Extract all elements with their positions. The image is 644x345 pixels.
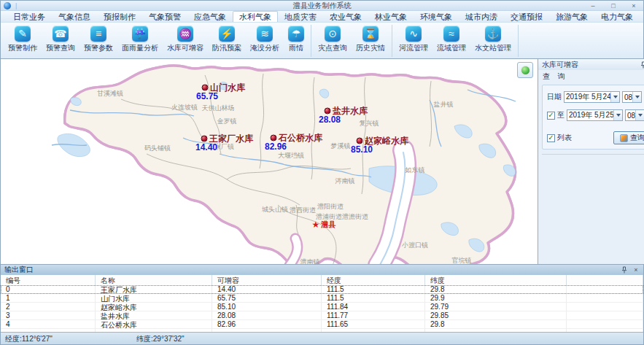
green-orb-icon [521, 66, 530, 75]
table-cell: 2 [1, 303, 96, 311]
reservoir-value: 82.96 [265, 142, 287, 152]
tab-水利气象[interactable]: 水利气象 [233, 11, 278, 22]
window-title: 澧县业务制作系统 [1, 1, 643, 11]
ribbon-item-alert-query[interactable]: ☎预警查询 [42, 24, 79, 58]
reservoir-marker[interactable] [271, 135, 277, 142]
tab-交通预报[interactable]: 交通预报 [504, 11, 549, 22]
ribbon-item-river-management[interactable]: ∿河流管理 [395, 24, 432, 58]
tab-气象预警[interactable]: 气象预警 [142, 11, 187, 22]
town-label: 码头铺镇 [144, 144, 171, 153]
column-header-名称[interactable]: 名称 [96, 275, 212, 286]
end-date-combo[interactable]: 2019年 5月25日 [567, 109, 623, 121]
column-header-可增容[interactable]: 可增容 [212, 275, 322, 286]
output-title: 输出窗口 [4, 265, 34, 275]
table-cell: 14.40 [212, 285, 322, 293]
close-button[interactable]: × [627, 1, 640, 9]
ribbon-item-flood-control-plan[interactable]: ⚡防汛预案 [208, 24, 246, 58]
query-groupbox: 日期 2019年 5月24日 08 时 ✓ 至 2019年 5月2 [542, 85, 644, 150]
tab-预报制作[interactable]: 预报制作 [97, 11, 142, 22]
tab-旅游气象[interactable]: 旅游气象 [549, 11, 594, 22]
ribbon-item-alert-create[interactable]: ✎预警制作 [4, 24, 42, 58]
ribbon-item-alert-params[interactable]: ≡预警参数 [79, 24, 117, 58]
end-hour-combo[interactable]: 08 [625, 109, 644, 121]
rain-condition-icon: ☂ [288, 26, 304, 42]
reservoir-value: 14.40 [195, 142, 217, 152]
table-cell: 0 [1, 285, 96, 293]
table-cell: 29.79 [425, 303, 567, 311]
column-header-纬度[interactable]: 纬度 [425, 275, 567, 286]
chevron-down-icon[interactable] [613, 110, 622, 120]
output-window: 输出窗口 × 编号名称可增容经度纬度 0王家厂水库14.40111.529.81… [1, 264, 643, 332]
map-locate-button[interactable] [517, 62, 533, 78]
town-label: 火连坡镇 [171, 103, 198, 112]
tab-林业气象[interactable]: 林业气象 [368, 11, 414, 22]
start-hour-combo[interactable]: 08 [622, 91, 642, 103]
reservoir-marker[interactable] [202, 85, 209, 91]
table-row[interactable]: 2赵家峪水库85.10111.8429.79 [1, 303, 643, 311]
table-row[interactable]: 0王家厂水库14.40111.529.8 [1, 285, 643, 294]
reservoir-value: 85.10 [351, 144, 373, 155]
tab-电力气象[interactable]: 电力气象 [594, 11, 640, 22]
tab-气象信息[interactable]: 气象信息 [52, 11, 97, 22]
ribbon-item-disaster-point-query[interactable]: ⊙灾点查询 [314, 24, 352, 58]
pin-icon[interactable] [620, 265, 629, 274]
table-cell: 111.65 [322, 320, 425, 328]
tab-农业气象[interactable]: 农业气象 [323, 11, 368, 22]
ribbon-item-label: 预警参数 [84, 43, 113, 53]
ribbon-item-areal-rainfall-analysis[interactable]: ☔面雨量分析 [117, 24, 163, 58]
table-cell-filler [567, 303, 643, 311]
end-date-checkbox[interactable]: ✓ [547, 112, 555, 120]
ribbon-item-rain-condition[interactable]: ☂雨情 [284, 24, 309, 58]
table-row[interactable]: 1山门水库65.75111.529.9 [1, 294, 643, 303]
table-row[interactable]: 4石公桥水库82.96111.6529.8 [1, 320, 643, 329]
minimize-button[interactable]: – [586, 1, 600, 9]
town-label: 大堰垱镇 [278, 151, 304, 160]
output-close-icon[interactable]: × [632, 265, 640, 274]
table-cell: 65.75 [212, 294, 322, 302]
table-cell: 85.10 [212, 303, 322, 311]
tab-应急气象[interactable]: 应急气象 [187, 11, 233, 22]
reservoir-marker[interactable] [325, 108, 331, 115]
list-checkbox[interactable]: ✓ [547, 134, 555, 142]
ribbon-item-reservoir-capacity[interactable]: ♒水库可增容 [163, 24, 208, 58]
ribbon-item-hydro-station-management[interactable]: ⚓水文站管理 [470, 24, 516, 58]
ribbon-item-basin-management[interactable]: ≈流域管理 [432, 24, 470, 58]
column-header-经度[interactable]: 经度 [322, 275, 425, 286]
panel-divider [542, 154, 644, 155]
table-cell: 山门水库 [96, 294, 212, 302]
town-label: 官垸镇 [452, 256, 472, 265]
tab-地质灾害[interactable]: 地质灾害 [278, 11, 323, 22]
reservoir-capacity-panel: 水库可增容 × 查 询 日期 2019年 5月24日 [538, 59, 644, 264]
tab-保险气象[interactable]: 保险气象 [640, 11, 644, 22]
column-header-编号[interactable]: 编号 [1, 275, 96, 286]
query-button-icon [620, 134, 628, 142]
table-cell-filler [567, 311, 643, 319]
town-label: 甘溪滩镇 [97, 89, 123, 98]
reservoir-marker[interactable] [357, 138, 363, 144]
chevron-down-icon[interactable] [635, 110, 644, 120]
query-button[interactable]: 查询 [613, 131, 644, 144]
reservoir-marker[interactable] [201, 136, 208, 142]
tab-环境气象[interactable]: 环境气象 [414, 11, 459, 22]
map-panel[interactable]: 甘溪滩镇火连坡镇天供山林场金罗镇盐井镇码头铺镇王家厂镇复兴镇梦溪镇大堰垱镇涔南镇… [1, 59, 538, 264]
tab-城市内涝[interactable]: 城市内涝 [459, 11, 504, 22]
town-label: 澧澹街道 [342, 212, 368, 222]
reservoir-capacity-icon: ♒ [177, 26, 193, 42]
table-cell-filler [567, 294, 643, 302]
chevron-down-icon[interactable] [610, 92, 619, 102]
chevron-down-icon[interactable] [632, 92, 641, 102]
town-label: 金罗镇 [217, 117, 237, 126]
table-row[interactable]: 3盐井水库28.08111.7729.85 [1, 311, 643, 320]
river-management-icon: ∿ [406, 26, 422, 42]
start-date-combo[interactable]: 2019年 5月24日 [564, 91, 620, 103]
maximize-button[interactable]: □ [607, 1, 620, 9]
query-subtab[interactable]: 查 询 [538, 70, 644, 83]
table-cell: 1 [1, 294, 96, 302]
pin-icon[interactable] [639, 61, 644, 69]
ribbon-item-label: 流域管理 [437, 43, 466, 53]
ribbon-item-disaster-history[interactable]: ⌛历史灾情 [352, 24, 389, 58]
ribbon-item-inundation-analysis[interactable]: ≋淹没分析 [246, 24, 284, 58]
tab-日常业务[interactable]: 日常业务 [7, 11, 52, 22]
table-cell: 111.5 [322, 294, 425, 302]
panel-title-bar: 水库可增容 × [538, 59, 644, 70]
